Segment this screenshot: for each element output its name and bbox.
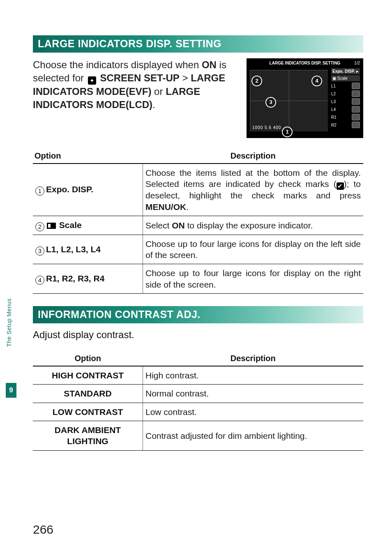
page: LARGE INDICATORS DISP. SETTING Choose th… (0, 0, 392, 553)
page-number: 266 (33, 523, 53, 537)
af-icon (352, 90, 360, 97)
table-row: LOW CONTRAST Low contrast. (33, 403, 363, 421)
option-desc: Normal contrast. (143, 385, 364, 403)
callout-3-icon: 3 (265, 97, 276, 108)
cam-row: L4 (331, 106, 360, 113)
cam-live-view: 1000 5.6 400 2 3 4 1 (250, 70, 328, 131)
option-label: R1, R2, R3, R4 (46, 274, 104, 283)
option-desc: Choose up to four large icons for displa… (143, 235, 364, 264)
iso-icon (352, 98, 360, 105)
option-desc: High contrast. (143, 366, 364, 385)
num-3-icon: 3 (35, 247, 44, 256)
cam-scale-row: ▣ Scale (331, 75, 360, 81)
intro-text: . (152, 99, 155, 110)
cam-expo-header: Expo. DISP. ▸ (331, 68, 360, 74)
cam-page-indicator: 1/2 (354, 61, 360, 65)
cam-row: L3 (331, 98, 360, 105)
intro-setup: SCREEN SET-UP (97, 72, 180, 83)
col-description: Description (143, 149, 364, 164)
table-row: 4R1, R2, R3, R4 Choose up to four large … (33, 264, 363, 294)
table-header: Option Description (33, 149, 363, 164)
table-row: 2 Scale Select ON to display the exposur… (33, 216, 363, 235)
num-4-icon: 4 (35, 276, 44, 285)
ev-scale-icon (47, 223, 56, 229)
option-label: HIGH CONTRAST (33, 366, 143, 385)
intro-text: Choose the indicators displayed when (33, 59, 202, 70)
col-description: Description (143, 351, 364, 366)
table-row: STANDARD Normal contrast. (33, 385, 363, 403)
option-desc: Choose up to four large icons for displa… (143, 264, 364, 294)
callout-2-icon: 2 (251, 76, 262, 86)
option-label: Expo. DISP. (46, 184, 93, 194)
option-desc: Choose the items listed at the bottom of… (143, 164, 364, 216)
option-label: L1, L2, L3, L4 (46, 244, 101, 254)
cam-row: R1 (331, 114, 360, 120)
col-option: Option (33, 351, 143, 366)
section1-table: Option Description 1Expo. DISP. Choose t… (33, 149, 363, 294)
side-tab: The Setup Menus (6, 298, 16, 380)
section2-intro: Adjust display contrast. (33, 329, 363, 341)
wb-icon (352, 114, 360, 120)
section1-intro: Choose the indicators displayed when ON … (33, 58, 239, 138)
intro-text: or (151, 86, 166, 97)
cam-title: LARGE INDICATORS DISP. SETTING (247, 61, 362, 65)
cam-row: L1 (331, 83, 360, 89)
table-row: DARK AMBIENT LIGHTING Contrast adjusted … (33, 421, 363, 450)
option-label: Scale (57, 220, 82, 230)
timer-icon (352, 83, 360, 89)
side-tab-label: The Setup Menus (6, 298, 12, 347)
option-desc: Select ON to display the exposure indica… (143, 216, 364, 235)
num-1-icon: 1 (35, 187, 44, 196)
intro-on: ON (202, 59, 217, 70)
section2-table: Option Description HIGH CONTRAST High co… (33, 351, 363, 450)
camera-screen-mock: LARGE INDICATORS DISP. SETTING 1/2 1000 … (247, 58, 363, 138)
table-row: 3L1, L2, L3, L4 Choose up to four large … (33, 235, 363, 264)
cam-right-panel: Expo. DISP. ▸ ▣ Scale L1 L2 L3 L4 R1 R2 (331, 68, 360, 128)
intro-text: > (180, 72, 191, 83)
num-2-icon: 2 (35, 222, 44, 231)
film-icon (352, 122, 360, 128)
wrench-icon: ✦ (88, 76, 96, 85)
chapter-number: 9 (6, 383, 16, 398)
cam-bottom-readout: 1000 5.6 400 (252, 125, 281, 130)
section1-intro-wrap: Choose the indicators displayed when ON … (33, 58, 363, 138)
option-label: STANDARD (33, 385, 143, 403)
table-header: Option Description (33, 351, 363, 366)
col-option: Option (33, 149, 143, 164)
option-desc: Contrast adjusted for dim ambient lighti… (143, 421, 364, 450)
option-label: LOW CONTRAST (33, 403, 143, 421)
checkmark-icon: ✔ (337, 182, 344, 190)
option-desc: Low contrast. (143, 403, 364, 421)
cam-row: R2 (331, 122, 360, 128)
table-row: HIGH CONTRAST High contrast. (33, 366, 363, 385)
ae-icon (352, 106, 360, 113)
section2: INFORMATION CONTRAST ADJ. Adjust display… (33, 306, 363, 450)
callout-1-icon: 1 (282, 127, 293, 137)
section1-heading: LARGE INDICATORS DISP. SETTING (33, 35, 363, 53)
table-row: 1Expo. DISP. Choose the items listed at … (33, 164, 363, 216)
callout-4-icon: 4 (311, 76, 322, 86)
option-label: DARK AMBIENT LIGHTING (33, 421, 143, 450)
section2-heading: INFORMATION CONTRAST ADJ. (33, 306, 363, 323)
cam-row: L2 (331, 90, 360, 97)
